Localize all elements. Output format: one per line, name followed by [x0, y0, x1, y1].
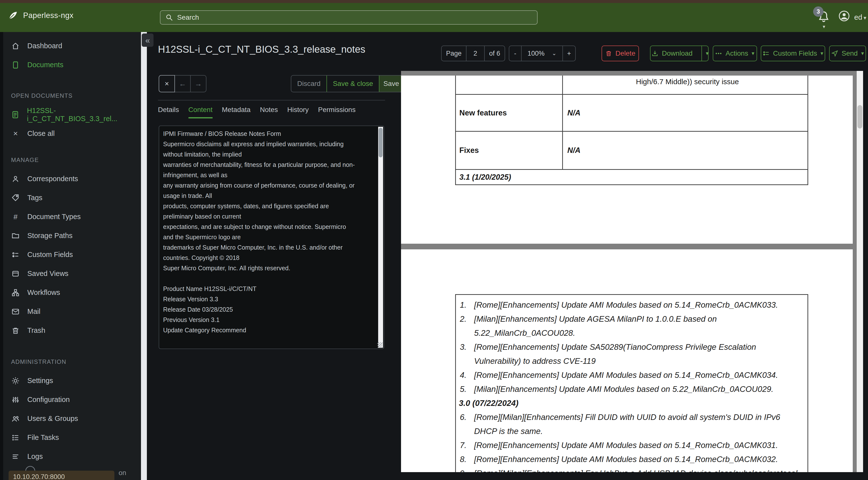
list-number: 3.: [456, 342, 474, 352]
sidebar-item-mail[interactable]: Mail: [3, 302, 141, 321]
list-item: 9.[Rome][Milan][Enhancements] For UsbBus…: [456, 466, 807, 472]
page-number-input[interactable]: 2: [466, 46, 485, 61]
zoom-out-button[interactable]: -: [509, 46, 522, 61]
content-textarea[interactable]: IPMI Firmware / BIOS Release Notes Form …: [159, 125, 384, 349]
main-content: H12SSL-i_C_CT_NT_BIOS_3.3_release_notes …: [148, 32, 868, 480]
delete-button[interactable]: Delete: [601, 46, 639, 61]
app-window: Paperless-ngx Search 3 ▾ ed ▾ Dashboard: [0, 0, 868, 480]
save-button[interactable]: Save: [379, 76, 403, 92]
download-options-button[interactable]: ▾: [702, 46, 713, 61]
sidebar-item-settings[interactable]: Settings: [3, 371, 141, 390]
list-text: [Milan][Enhancements] Update AMI Modules…: [474, 385, 774, 394]
list-number: 1.: [456, 300, 474, 310]
download-button[interactable]: Download: [646, 46, 698, 61]
mail-icon: [11, 307, 20, 316]
sidebar-item-logs[interactable]: Logs: [3, 447, 141, 466]
version-heading: 3.0 (07/22/2024): [456, 396, 807, 410]
user-avatar-icon[interactable]: [838, 10, 850, 22]
custom-fields-icon: [763, 50, 770, 57]
sidebar-item-custom-fields[interactable]: Custom Fields: [3, 245, 141, 264]
zoom-level-select[interactable]: 100% ⌄: [522, 46, 563, 61]
next-document-button[interactable]: →: [191, 76, 206, 92]
save-and-close-button[interactable]: Save & close: [327, 75, 379, 92]
sidebar: Dashboard Documents OPEN DOCUMENTS H12SS…: [0, 32, 141, 480]
top-navbar: Paperless-ngx Search 3 ▾ ed ▾: [0, 3, 868, 32]
tab-metadata[interactable]: Metadata: [222, 106, 251, 118]
custom-fields-icon: [11, 250, 20, 259]
actions-button[interactable]: ••• Actions ▾: [713, 46, 757, 61]
sidebar-item-document-types[interactable]: # Document Types: [3, 207, 141, 226]
previous-document-button[interactable]: ←: [175, 76, 191, 92]
sidebar-item-tags[interactable]: Tags: [3, 188, 141, 207]
feather-logo-icon: [7, 10, 18, 21]
zoom-in-button[interactable]: +: [563, 46, 575, 61]
sidebar-item-file-tasks[interactable]: File Tasks: [3, 428, 141, 447]
administration-header: ADMINISTRATION: [3, 352, 141, 371]
manage-header: MANAGE: [3, 150, 141, 169]
table-row: High/6.7 Middle)) security issue: [455, 76, 808, 95]
document-title: H12SSL-i_C_CT_NT_BIOS_3.3_release_notes: [158, 44, 365, 55]
page-control-group: Page 2 of 6: [441, 46, 505, 61]
list-item: 7.[Rome][Enhancements] Update AMI Module…: [456, 438, 807, 452]
textarea-scrollbar-thumb[interactable]: [379, 128, 382, 157]
sidebar-item-label: Custom Fields: [27, 250, 73, 259]
sidebar-item-close-all[interactable]: × Close all: [3, 124, 141, 143]
list-number: 6.: [456, 413, 474, 422]
discard-button[interactable]: Discard: [291, 76, 327, 92]
folder-icon: [11, 232, 20, 240]
sidebar-item-users-groups[interactable]: Users & Groups: [3, 409, 141, 428]
table-cell-label: New features: [456, 95, 563, 131]
sidebar-item-saved-views[interactable]: Saved Views: [3, 264, 141, 283]
table-cell: High/6.7 Middle)) security issue: [563, 76, 807, 94]
sidebar-scrollbar[interactable]: [141, 32, 147, 480]
pdf-scrollbar-thumb[interactable]: [858, 105, 862, 128]
list-text: [Rome][Enhancements] Update AMI Modules …: [474, 300, 778, 310]
tab-details[interactable]: Details: [158, 106, 179, 118]
close-document-button[interactable]: ×: [159, 75, 175, 92]
custom-fields-label: Custom Fields: [773, 50, 817, 57]
tab-notes[interactable]: Notes: [260, 106, 278, 118]
table-row: New features N/A: [455, 95, 808, 132]
sidebar-item-workflows[interactable]: Workflows: [3, 283, 141, 302]
sidebar-item-label: Saved Views: [27, 270, 68, 278]
collapse-panel-button[interactable]: «: [142, 33, 154, 47]
sidebar-item-open-document[interactable]: H12SSL-i_C_CT_NT_BIOS_3.3_rel...: [3, 105, 141, 124]
pdf-scrollbar[interactable]: [857, 71, 863, 472]
list-item: 8.[Rome][Enhancements] Update AMI Module…: [456, 452, 807, 466]
sliders-icon: [11, 396, 20, 404]
sidebar-item-storage-paths[interactable]: Storage Paths: [3, 226, 141, 245]
table-cell-value: N/A: [563, 95, 807, 131]
caret-down-icon: ▾: [706, 50, 709, 57]
list-text: Vulnerability) to address CVE-119: [474, 356, 596, 366]
status-url-tooltip: 10.10.20.70:8000: [9, 471, 115, 480]
textarea-scrollbar[interactable]: [378, 127, 383, 348]
home-icon: [11, 42, 20, 50]
sidebar-item-trash[interactable]: Trash: [3, 321, 141, 340]
list-item: 4.[Rome][Enhancements] Update AMI Module…: [456, 368, 807, 382]
saved-views-icon: [11, 270, 20, 278]
download-icon: [651, 50, 658, 57]
textarea-resize-handle[interactable]: [377, 342, 382, 348]
list-number: 8.: [456, 455, 474, 464]
list-number: 2.: [456, 314, 474, 324]
sidebar-item-label: Users & Groups: [27, 415, 78, 423]
sidebar-item-label: Mail: [27, 307, 40, 316]
tab-content[interactable]: Content: [188, 106, 213, 118]
tab-history[interactable]: History: [287, 106, 309, 118]
user-menu[interactable]: ed: [854, 13, 862, 22]
sidebar-item-correspondents[interactable]: Correspondents: [3, 169, 141, 188]
send-button[interactable]: Send ▾: [829, 46, 866, 61]
delete-label: Delete: [616, 50, 636, 57]
sidebar-item-configuration[interactable]: Configuration: [3, 390, 141, 409]
custom-fields-button[interactable]: Custom Fields ▾: [761, 46, 825, 61]
workflows-icon: [11, 289, 20, 297]
sidebar-item-label: Settings: [27, 377, 53, 385]
list-item: Vulnerability) to address CVE-119: [456, 354, 807, 368]
search-input[interactable]: Search: [160, 10, 537, 25]
tab-permissions[interactable]: Permissions: [318, 106, 355, 118]
sidebar-item-label: Documents: [27, 61, 63, 69]
sidebar-item-dashboard[interactable]: Dashboard: [3, 36, 141, 55]
app-logo[interactable]: Paperless-ngx: [7, 10, 73, 21]
sidebar-item-documents[interactable]: Documents: [3, 55, 141, 74]
sidebar-item-label: Correspondents: [27, 175, 78, 183]
